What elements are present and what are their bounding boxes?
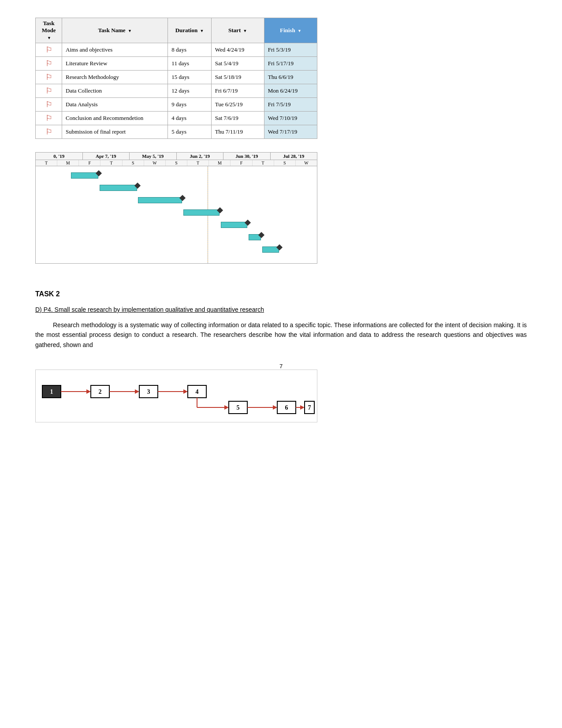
task-mode-cell: ⚐ bbox=[36, 125, 62, 139]
gantt-day-cell: T bbox=[253, 160, 274, 166]
table-row: ⚐Aims and objectives8 daysWed 4/24/19Fri… bbox=[36, 43, 317, 57]
svg-text:1: 1 bbox=[50, 388, 53, 395]
gantt-bar-5 bbox=[221, 222, 247, 228]
task-name-cell: Research Methodology bbox=[62, 71, 168, 84]
task-start-cell: Sat 7/6/19 bbox=[211, 112, 264, 125]
gantt-day-cell: W bbox=[144, 160, 166, 166]
task-finish-cell: Fri 7/5/19 bbox=[264, 98, 317, 112]
gantt-days-row: TMFTSWSTMFTSW bbox=[36, 160, 317, 166]
gantt-day-cell: W bbox=[296, 160, 317, 166]
task-name-cell: Literature Review bbox=[62, 57, 168, 71]
gantt-body bbox=[36, 166, 317, 263]
task-duration-cell: 9 days bbox=[168, 98, 211, 112]
task-duration-cell: 15 days bbox=[168, 71, 211, 84]
th-start: Start ▼ bbox=[211, 18, 264, 43]
task-start-cell: Sat 5/18/19 bbox=[211, 71, 264, 84]
task-duration-cell: 11 days bbox=[168, 57, 211, 71]
svg-marker-7 bbox=[135, 389, 139, 394]
task-finish-cell: Fri 5/3/19 bbox=[264, 43, 317, 57]
task-duration-cell: 8 days bbox=[168, 43, 211, 57]
table-row: ⚐Research Methodology15 daysSat 5/18/19T… bbox=[36, 71, 317, 84]
gantt-table: Task Mode ▼ Task Name ▼ Duration ▼ Start… bbox=[35, 18, 317, 139]
th-duration: Duration ▼ bbox=[168, 18, 211, 43]
svg-text:5: 5 bbox=[237, 404, 240, 411]
task-mode-cell: ⚐ bbox=[36, 43, 62, 57]
task2-section: TASK 2 D) P4. Small scale research by im… bbox=[35, 290, 527, 350]
task-duration-cell: 4 days bbox=[168, 112, 211, 125]
gantt-day-cell: S bbox=[166, 160, 187, 166]
gantt-day-cell: T bbox=[100, 160, 122, 166]
svg-marker-16 bbox=[224, 405, 229, 410]
svg-text:6: 6 bbox=[285, 404, 288, 411]
task-start-cell: Tue 6/25/19 bbox=[211, 98, 264, 112]
task-start-cell: Thu 7/11/19 bbox=[211, 125, 264, 139]
gantt-day-cell: S bbox=[123, 160, 144, 166]
table-row: ⚐Data Analysis9 daysTue 6/25/19Fri 7/5/1… bbox=[36, 98, 317, 112]
task-finish-cell: Wed 7/10/19 bbox=[264, 112, 317, 125]
task-name-cell: Conclusion and Recommendetion bbox=[62, 112, 168, 125]
month-2: May 5, '19 bbox=[130, 153, 177, 160]
task-finish-cell: Mon 6/24/19 bbox=[264, 84, 317, 98]
task-mode-cell: ⚐ bbox=[36, 71, 62, 84]
gantt-bar-4 bbox=[183, 209, 220, 216]
task-finish-cell: Thu 6/6/19 bbox=[264, 71, 317, 84]
table-row: ⚐Data Collection12 daysFri 6/7/19Mon 6/2… bbox=[36, 84, 317, 98]
svg-marker-24 bbox=[300, 405, 305, 410]
task-start-cell: Wed 4/24/19 bbox=[211, 43, 264, 57]
network-diagram-svg: 1 2 3 4 5 6 7 bbox=[35, 370, 317, 422]
task2-heading: TASK 2 bbox=[35, 290, 527, 298]
task-name-cell: Data Analysis bbox=[62, 98, 168, 112]
gantt-bar-2 bbox=[100, 185, 137, 191]
svg-text:7: 7 bbox=[308, 404, 311, 411]
task-name-cell: Submission of final report bbox=[62, 125, 168, 139]
th-finish: Finish ▼ bbox=[264, 18, 317, 43]
task2-subheading: D) P4. Small scale research by implement… bbox=[35, 306, 527, 313]
th-task-mode: Task Mode ▼ bbox=[36, 18, 62, 43]
table-row: ⚐Submission of final report5 daysThu 7/1… bbox=[36, 125, 317, 139]
task-start-cell: Sat 5/4/19 bbox=[211, 57, 264, 71]
month-1: Apr 7, '19 bbox=[83, 153, 130, 160]
gantt-day-cell: F bbox=[231, 160, 252, 166]
svg-marker-3 bbox=[86, 389, 91, 394]
svg-text:3: 3 bbox=[147, 388, 150, 395]
gantt-day-cell: T bbox=[187, 160, 209, 166]
gantt-month-header: 0, '19 Apr 7, '19 May 5, '19 Jun 2, '19 … bbox=[36, 153, 317, 160]
gantt-day-cell: M bbox=[57, 160, 79, 166]
task-mode-cell: ⚐ bbox=[36, 112, 62, 125]
svg-text:4: 4 bbox=[196, 388, 199, 395]
task-duration-cell: 12 days bbox=[168, 84, 211, 98]
task-start-cell: Fri 6/7/19 bbox=[211, 84, 264, 98]
month-3: Jun 2, '19 bbox=[177, 153, 224, 160]
gantt-day-cell: M bbox=[209, 160, 231, 166]
th-task-name: Task Name ▼ bbox=[62, 18, 168, 43]
gantt-day-cell: T bbox=[36, 160, 57, 166]
table-row: ⚐Conclusion and Recommendetion4 daysSat … bbox=[36, 112, 317, 125]
task-name-cell: Data Collection bbox=[62, 84, 168, 98]
month-5: Jul 28, '19 bbox=[271, 153, 317, 160]
month-4: Jun 30, '19 bbox=[223, 153, 271, 160]
gantt-day-cell: S bbox=[274, 160, 296, 166]
page-number: 7 bbox=[35, 363, 527, 370]
svg-text:2: 2 bbox=[99, 388, 102, 395]
task-duration-cell: 5 days bbox=[168, 125, 211, 139]
gantt-day-cell: F bbox=[79, 160, 100, 166]
gantt-bar-1 bbox=[71, 172, 98, 179]
svg-marker-11 bbox=[183, 389, 188, 394]
task-finish-cell: Fri 5/17/19 bbox=[264, 57, 317, 71]
table-row: ⚐Literature Review11 daysSat 5/4/19Fri 5… bbox=[36, 57, 317, 71]
task2-paragraph: Research methodology is a systematic way… bbox=[35, 320, 527, 350]
svg-marker-20 bbox=[273, 405, 277, 410]
task-mode-cell: ⚐ bbox=[36, 84, 62, 98]
gantt-bar-3 bbox=[138, 197, 182, 203]
task-mode-cell: ⚐ bbox=[36, 98, 62, 112]
task-name-cell: Aims and objectives bbox=[62, 43, 168, 57]
gantt-chart: 0, '19 Apr 7, '19 May 5, '19 Jun 2, '19 … bbox=[35, 152, 317, 264]
month-0: 0, '19 bbox=[36, 153, 83, 160]
task-finish-cell: Wed 7/17/19 bbox=[264, 125, 317, 139]
task-mode-cell: ⚐ bbox=[36, 57, 62, 71]
